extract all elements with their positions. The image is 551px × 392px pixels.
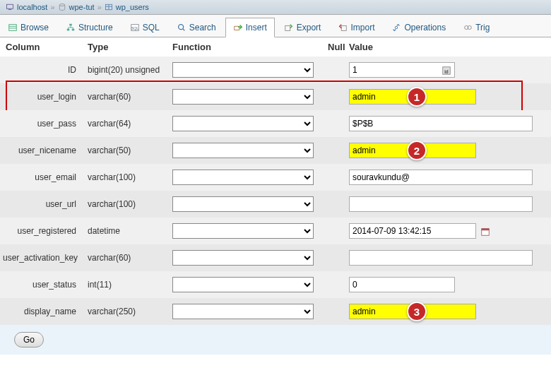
column-name: user_url <box>3 199 88 209</box>
table-row: user_urlvarchar(100) <box>0 191 551 218</box>
column-type: varchar(250) <box>88 307 172 316</box>
column-type: varchar(64) <box>88 119 172 129</box>
column-name: user_registered <box>3 226 88 236</box>
tab-label: Structure <box>78 23 113 32</box>
tab-label: Search <box>189 23 216 32</box>
value-input-user_url[interactable] <box>349 196 533 212</box>
tab-search[interactable]: Search <box>169 18 224 37</box>
svg-point-2 <box>59 4 65 6</box>
value-input-user_activation_key[interactable] <box>349 250 533 266</box>
table-row: user_nicenamevarchar(50)2 <box>0 137 551 164</box>
bc-table[interactable]: wp_users <box>116 3 149 11</box>
function-select-user_login[interactable] <box>172 89 314 105</box>
table-row: user_passvarchar(64) <box>0 110 551 137</box>
column-name: user_nicename <box>3 145 88 155</box>
header-type: Type <box>88 42 172 52</box>
annotation-badge-1: 1 <box>407 87 427 107</box>
bc-sep: » <box>50 3 54 11</box>
table-icon <box>105 3 113 11</box>
svg-rect-1 <box>8 9 12 10</box>
svg-rect-10 <box>67 29 70 31</box>
header-column: Column <box>3 42 88 52</box>
svg-rect-6 <box>9 25 17 31</box>
bc-sep: » <box>97 3 102 11</box>
annotation-badge-3: 3 <box>407 302 427 321</box>
svg-rect-19 <box>342 25 347 30</box>
breadcrumb: localhost » wpe-tut » wp_users <box>0 0 551 15</box>
column-name: user_status <box>3 280 88 290</box>
table-row: user_activation_keyvarchar(60) <box>0 244 551 271</box>
table-row: user_loginvarchar(60)1 <box>0 83 551 110</box>
function-select-user_pass[interactable] <box>172 116 314 131</box>
server-icon <box>6 3 14 11</box>
tab-structure[interactable]: Structure <box>58 18 121 37</box>
header-function: Function <box>172 42 328 52</box>
operations-icon <box>391 23 401 32</box>
column-name: user_email <box>3 172 88 182</box>
value-input-user_registered[interactable] <box>349 223 476 239</box>
column-name: user_pass <box>3 119 88 129</box>
column-type: int(11) <box>88 280 172 290</box>
bc-database[interactable]: wpe-tut <box>69 3 95 11</box>
column-type: varchar(100) <box>88 199 172 209</box>
column-type: datetime <box>88 226 172 236</box>
column-type: varchar(100) <box>88 172 172 182</box>
calendar-icon[interactable] <box>480 227 490 237</box>
table-row: user_emailvarchar(100) <box>0 164 551 191</box>
sql-icon: SQL <box>130 23 140 32</box>
column-type: bigint(20) unsigned <box>88 65 172 75</box>
function-select-user_email[interactable] <box>172 170 314 185</box>
function-select-user_activation_key[interactable] <box>172 250 314 266</box>
svg-text:SQL: SQL <box>131 26 138 30</box>
function-select-ID[interactable] <box>172 62 314 78</box>
table-row: IDbigint(20) unsignedid <box>0 57 551 83</box>
function-select-user_status[interactable] <box>172 277 314 292</box>
tab-label: Insert <box>246 23 267 32</box>
table-row: display_namevarchar(250)3 <box>0 298 551 325</box>
value-input-user_pass[interactable] <box>349 116 533 131</box>
column-name: ID <box>3 65 88 75</box>
value-input-ID[interactable] <box>349 62 455 78</box>
tab-label: SQL <box>143 23 160 32</box>
insert-icon <box>233 23 243 32</box>
svg-rect-11 <box>72 29 75 31</box>
table-row: user_statusint(11) <box>0 271 551 298</box>
tab-operations[interactable]: Operations <box>384 18 454 37</box>
table-header: Column Type Function Null Value <box>0 37 551 57</box>
tabs: BrowseStructureSQLSQLSearchInsertExportI… <box>0 15 551 37</box>
value-input-user_status[interactable] <box>349 277 455 292</box>
function-select-user_url[interactable] <box>172 196 314 212</box>
tab-label: Browse <box>20 23 49 32</box>
export-icon <box>284 23 294 32</box>
structure-icon <box>66 23 76 32</box>
tab-import[interactable]: Import <box>330 18 382 37</box>
bc-server[interactable]: localhost <box>17 3 47 11</box>
column-name: user_login <box>3 92 88 102</box>
tab-label: Operations <box>404 23 446 32</box>
tab-trig[interactable]: Trig <box>455 18 497 37</box>
svg-rect-26 <box>482 228 490 230</box>
svg-rect-0 <box>7 4 13 8</box>
function-select-user_registered[interactable] <box>172 223 314 239</box>
id-icon: id <box>442 66 451 76</box>
import-icon <box>338 23 348 32</box>
svg-point-20 <box>396 26 398 29</box>
tab-label: Trig <box>475 23 490 32</box>
value-input-user_email[interactable] <box>349 170 533 185</box>
tab-sql[interactable]: SQLSQL <box>122 18 167 37</box>
function-select-user_nicename[interactable] <box>172 143 314 158</box>
table-row: user_registereddatetime <box>0 218 551 244</box>
function-select-display_name[interactable] <box>172 304 314 319</box>
column-type: varchar(60) <box>88 92 172 102</box>
go-button[interactable]: Go <box>14 332 44 348</box>
triggers-icon <box>463 23 473 32</box>
tab-insert[interactable]: Insert <box>225 18 275 37</box>
svg-text:id: id <box>444 69 449 74</box>
tab-browse[interactable]: Browse <box>0 18 57 37</box>
tab-label: Import <box>350 23 374 32</box>
tab-export[interactable]: Export <box>276 18 329 37</box>
column-name: user_activation_key <box>3 253 88 263</box>
tab-label: Export <box>297 23 321 32</box>
svg-line-15 <box>182 29 184 31</box>
column-name: display_name <box>3 307 88 316</box>
